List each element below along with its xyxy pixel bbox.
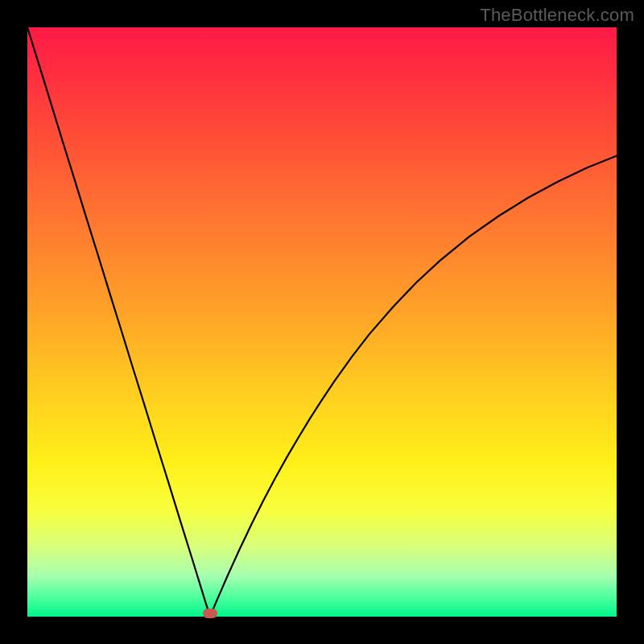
chart-frame: TheBottleneck.com (0, 0, 644, 644)
plot-area (27, 27, 617, 617)
optimal-point-marker (203, 609, 217, 618)
bottleneck-curve (27, 27, 617, 617)
attribution-label: TheBottleneck.com (480, 5, 634, 26)
